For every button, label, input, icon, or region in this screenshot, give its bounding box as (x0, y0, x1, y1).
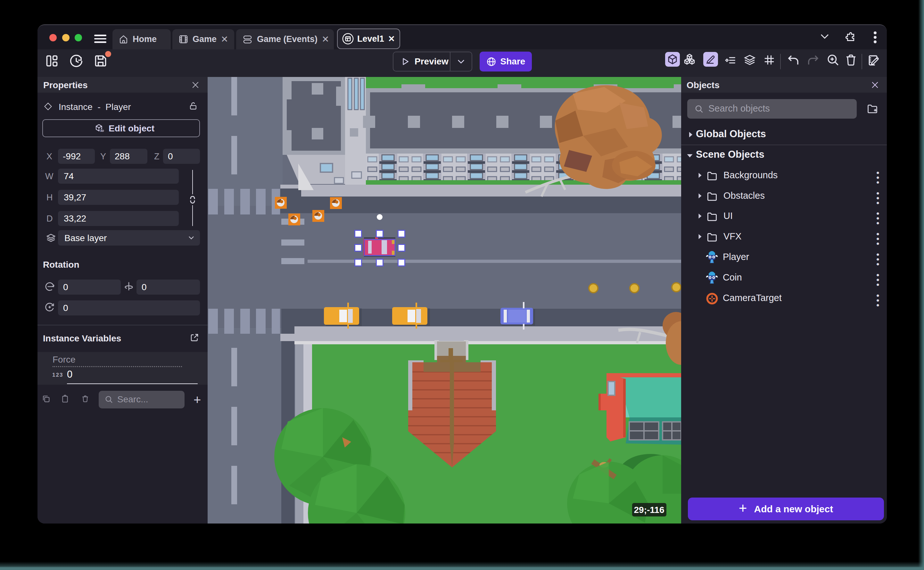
svg-text:3D: 3D (100, 129, 104, 132)
svg-text:29;-116: 29;-116 (634, 505, 664, 515)
